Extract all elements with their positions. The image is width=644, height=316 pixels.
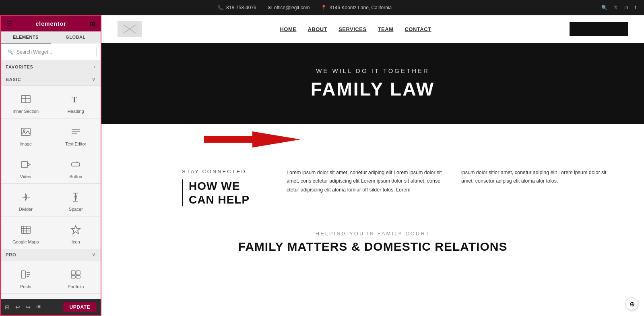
search-input[interactable]	[5, 47, 97, 57]
posts-icon	[19, 267, 33, 282]
layers-icon[interactable]: ⊟	[5, 304, 10, 310]
pro-chevron: ∨	[92, 252, 96, 258]
widget-video-label: Video	[20, 174, 31, 179]
tab-global[interactable]: GLOBAL	[51, 31, 101, 44]
svg-rect-31	[71, 271, 75, 275]
widget-divider-label: Divider	[19, 207, 33, 212]
widget-gallery[interactable]: Gallery	[1, 294, 51, 299]
widget-portfolio[interactable]: Portfolio	[51, 261, 101, 293]
widget-text-editor-label: Text Editor	[65, 141, 86, 146]
svg-rect-11	[72, 163, 80, 166]
update-button[interactable]: UPDATE	[63, 302, 97, 312]
email-info: ✉ office@legit.com	[268, 5, 310, 10]
widget-image-label: Image	[19, 141, 32, 146]
button-icon	[68, 157, 83, 172]
heading-icon: T	[68, 92, 83, 106]
svg-marker-26	[71, 226, 80, 234]
bottom-title: FAMILY MATTERS & DOMESTIC RELATIONS	[126, 240, 620, 254]
svg-point-5	[23, 130, 25, 131]
how-we-can-help-heading: HOW WECAN HELP	[182, 179, 270, 206]
svg-rect-34	[76, 276, 80, 278]
redo-icon[interactable]: ↪	[26, 304, 31, 310]
elementor-topbar: ☰ elementor ⊞	[1, 16, 101, 31]
sidebar: ☰ elementor ⊞ ELEMENTS GLOBAL FAVORITES …	[0, 15, 101, 316]
navigator-icon[interactable]: ⊕	[625, 297, 638, 310]
sidebar-bottom: ⊟ ↩ ↪ 👁 UPDATE	[1, 299, 101, 315]
phone-info: 📞 818-758-4076	[218, 5, 256, 10]
content-col-2: ipsum dolor sitlor amet, conetur adiping…	[461, 168, 620, 206]
nav-services[interactable]: SERVICES	[339, 26, 367, 32]
favorites-chevron: ›	[94, 64, 96, 70]
linkedin-icon[interactable]: in	[624, 5, 628, 10]
widget-divider[interactable]: Divider	[1, 184, 51, 216]
widget-form[interactable]: Form	[51, 294, 101, 299]
sidebar-content: FAVORITES › BASIC ∨ Inner Section	[1, 61, 101, 299]
grid-icon[interactable]: ⊞	[90, 20, 95, 28]
svg-marker-14	[25, 194, 27, 196]
content-left: STAY CONNECTED HOW WECAN HELP	[182, 168, 270, 206]
widget-inner-section[interactable]: Inner Section	[1, 86, 51, 118]
widget-text-editor[interactable]: Text Editor	[51, 118, 101, 151]
site-cta[interactable]	[570, 22, 628, 36]
search-icon[interactable]: 🔍	[601, 5, 607, 10]
svg-rect-4	[21, 128, 30, 135]
bottom-subtitle: HELPING YOU IN FAMILY COURT	[126, 231, 620, 237]
text-editor-icon	[68, 125, 83, 139]
nav-team[interactable]: TEAM	[378, 26, 394, 32]
basic-label: BASIC	[6, 77, 21, 82]
nav-about[interactable]: ABOUT	[308, 26, 327, 32]
sidebar-tabs: ELEMENTS GLOBAL	[1, 31, 101, 44]
widget-spacer[interactable]: Spacer	[51, 184, 101, 216]
svg-rect-21	[21, 226, 30, 233]
basic-widget-grid: Inner Section T Heading Image	[1, 86, 101, 249]
widget-heading-label: Heading	[68, 109, 84, 114]
widget-image[interactable]: Image	[1, 118, 51, 151]
widget-button-label: Button	[69, 174, 82, 179]
arrow-section	[101, 124, 644, 156]
location-icon: 📍	[321, 5, 327, 10]
svg-marker-45	[204, 131, 301, 148]
hamburger-icon[interactable]: ☰	[6, 20, 12, 28]
section-pro[interactable]: PRO ∨	[1, 249, 101, 261]
svg-marker-10	[28, 163, 30, 166]
twitter-icon[interactable]: 𝕏	[614, 5, 618, 10]
widget-google-maps-label: Google Maps	[12, 239, 39, 244]
eye-icon[interactable]: 👁	[36, 304, 42, 310]
svg-rect-33	[71, 276, 75, 278]
sidebar-search-wrapper	[1, 44, 101, 61]
site-nav: HOME ABOUT SERVICES TEAM CONTACT	[280, 26, 431, 32]
widget-google-maps[interactable]: Google Maps	[1, 216, 51, 249]
widget-heading[interactable]: T Heading	[51, 86, 101, 118]
stay-connected-label: STAY CONNECTED	[182, 168, 270, 175]
red-arrow	[204, 127, 301, 153]
svg-rect-9	[21, 162, 28, 167]
basic-chevron: ∨	[92, 77, 96, 82]
svg-rect-32	[76, 271, 80, 275]
tab-elements[interactable]: ELEMENTS	[1, 31, 51, 44]
widget-video[interactable]: Video	[1, 151, 51, 183]
widget-icon[interactable]: Icon	[51, 216, 101, 249]
site-logo	[118, 21, 142, 37]
bottom-section: HELPING YOU IN FAMILY COURT FAMILY MATTE…	[101, 218, 644, 262]
icon-widget-icon	[68, 222, 83, 237]
top-bar-right: 🔍 𝕏 in f	[601, 5, 636, 10]
hero-subtitle: WE WILL DO IT TOGETHER	[118, 67, 628, 74]
inner-section-icon	[19, 92, 33, 106]
undo-icon[interactable]: ↩	[15, 304, 20, 310]
widget-portfolio-label: Portfolio	[68, 284, 84, 289]
facebook-icon[interactable]: f	[635, 5, 636, 10]
nav-contact[interactable]: CONTACT	[405, 26, 431, 32]
widget-icon-label: Icon	[72, 239, 80, 244]
nav-home[interactable]: HOME	[280, 26, 296, 32]
email-address: office@legit.com	[274, 5, 310, 10]
widget-posts[interactable]: Posts	[1, 261, 51, 293]
email-icon: ✉	[268, 5, 272, 10]
widget-button[interactable]: Button	[51, 151, 101, 183]
section-favorites[interactable]: FAVORITES ›	[1, 61, 101, 73]
stay-connected-section: STAY CONNECTED HOW WECAN HELP Lorem ipsu…	[101, 156, 644, 218]
content-area: HOME ABOUT SERVICES TEAM CONTACT WE WILL…	[101, 15, 644, 316]
image-icon	[19, 125, 33, 139]
elementor-logo: elementor	[36, 21, 66, 27]
section-basic[interactable]: BASIC ∨	[1, 73, 101, 86]
spacer-icon	[68, 190, 83, 204]
